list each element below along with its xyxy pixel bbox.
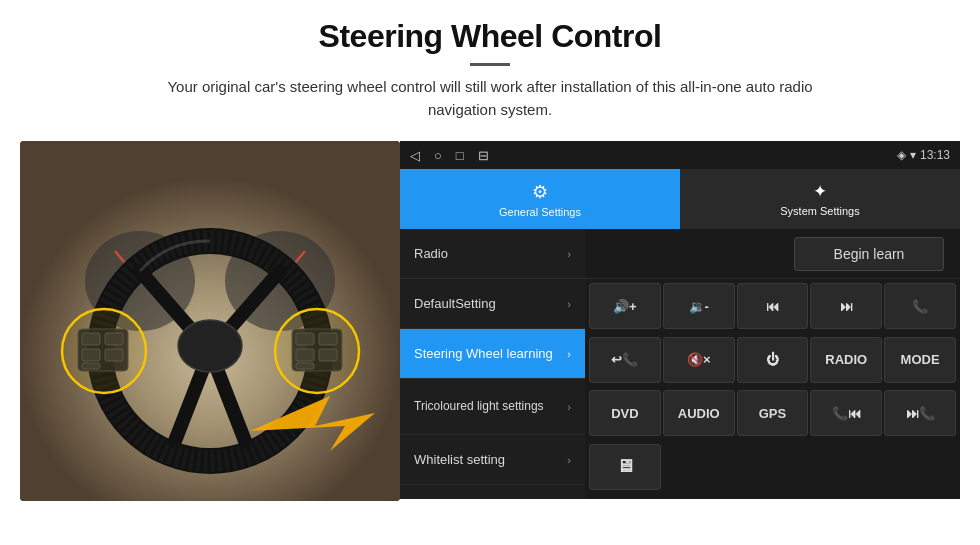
nav-icons: ◁ ○ □ ⊟ [410,148,489,163]
menu-item-default[interactable]: DefaultSetting › [400,279,585,329]
android-screen: ◁ ○ □ ⊟ ◈ ▾ 13:13 ⚙ General Settings ✦ S… [400,141,960,499]
prev-track-button[interactable]: ⏮ [737,283,809,329]
gps-button[interactable]: GPS [737,390,809,436]
next-track-button[interactable]: ⏭ [810,283,882,329]
wifi-icon: ▾ [910,148,916,162]
system-settings-icon: ✦ [813,181,827,202]
mode-label: MODE [901,352,940,367]
radio-label: RADIO [825,352,867,367]
tab-system[interactable]: ✦ System Settings [680,169,960,229]
audio-label: AUDIO [678,406,720,421]
gps-icon: ◈ [897,148,906,162]
phone-return-button[interactable]: ↩📞 [589,337,661,383]
dvd-button[interactable]: DVD [589,390,661,436]
vol-down-button[interactable]: 🔉- [663,283,735,329]
phone-answer-button[interactable]: 📞 [884,283,956,329]
skip-phone-button[interactable]: ⏭📞 [884,390,956,436]
chevron-icon: › [567,401,571,413]
radio-button[interactable]: RADIO [810,337,882,383]
svg-point-25 [275,309,359,393]
power-button[interactable]: ⏻ [737,337,809,383]
begin-learn-button[interactable]: Begin learn [794,237,944,271]
menu-item-tricoloured[interactable]: Tricoloured light settings › [400,379,585,435]
mute-icon: 🔇× [687,352,711,367]
mode-button[interactable]: MODE [884,337,956,383]
skip-phone-icon: ⏭📞 [906,406,935,421]
phone-icon: 📞 [912,299,928,314]
screen-main: Radio › DefaultSetting › Steering Wheel … [400,229,960,499]
content-area: ◁ ○ □ ⊟ ◈ ▾ 13:13 ⚙ General Settings ✦ S… [0,129,980,499]
status-bar: ◁ ○ □ ⊟ ◈ ▾ 13:13 [400,141,960,169]
begin-learn-row: Begin learn [585,229,960,279]
menu-item-whitelist[interactable]: Whitelist setting › [400,435,585,485]
home-icon[interactable]: ○ [434,148,442,163]
status-right: ◈ ▾ 13:13 [897,148,950,162]
page-title: Steering Wheel Control [60,18,920,55]
recent-icon[interactable]: □ [456,148,464,163]
svg-point-24 [62,309,146,393]
control-grid: 🔊+ 🔉- ⏮ ⏭ 📞 ↩📞 [585,279,960,499]
menu-icon[interactable]: ⊟ [478,148,489,163]
menu-default-label: DefaultSetting [414,296,496,311]
vol-up-button[interactable]: 🔊+ [589,283,661,329]
power-icon: ⏻ [766,352,779,367]
menu-tricoloured-label: Tricoloured light settings [414,399,544,415]
audio-button[interactable]: AUDIO [663,390,735,436]
menu-whitelist-label: Whitelist setting [414,452,505,467]
dvd-label: DVD [611,406,638,421]
page-description: Your original car's steering wheel contr… [140,76,840,121]
phone-return-icon: ↩📞 [611,352,638,367]
general-settings-icon: ⚙ [532,181,548,203]
vol-up-icon: 🔊+ [613,299,637,314]
menu-item-steering[interactable]: Steering Wheel learning › [400,329,585,379]
next-icon: ⏭ [840,299,853,314]
settings-menu: Radio › DefaultSetting › Steering Wheel … [400,229,585,499]
vol-down-icon: 🔉- [689,299,709,314]
page-header: Steering Wheel Control Your original car… [0,0,980,129]
prev-icon: ⏮ [766,299,779,314]
chevron-icon: › [567,454,571,466]
svg-point-11 [178,320,242,372]
chevron-icon: › [567,248,571,260]
settings-btn[interactable]: 🖥 [589,444,661,490]
phone-prev-button[interactable]: 📞⏮ [810,390,882,436]
tab-bar: ⚙ General Settings ✦ System Settings [400,169,960,229]
title-divider [470,63,510,66]
tab-general-label: General Settings [499,206,581,218]
menu-steering-label: Steering Wheel learning [414,346,553,361]
gps-label: GPS [759,406,786,421]
tab-general[interactable]: ⚙ General Settings [400,169,680,229]
phone-prev-icon: 📞⏮ [832,406,861,421]
clock: 13:13 [920,148,950,162]
mute-button[interactable]: 🔇× [663,337,735,383]
chevron-icon: › [567,298,571,310]
chevron-icon: › [567,348,571,360]
control-panel: Begin learn 🔊+ 🔉- ⏮ ⏭ [585,229,960,499]
menu-item-radio[interactable]: Radio › [400,229,585,279]
tab-system-label: System Settings [780,205,859,217]
settings-icon: 🖥 [616,456,634,477]
menu-radio-label: Radio [414,246,448,261]
steering-wheel-image [20,141,400,501]
back-icon[interactable]: ◁ [410,148,420,163]
